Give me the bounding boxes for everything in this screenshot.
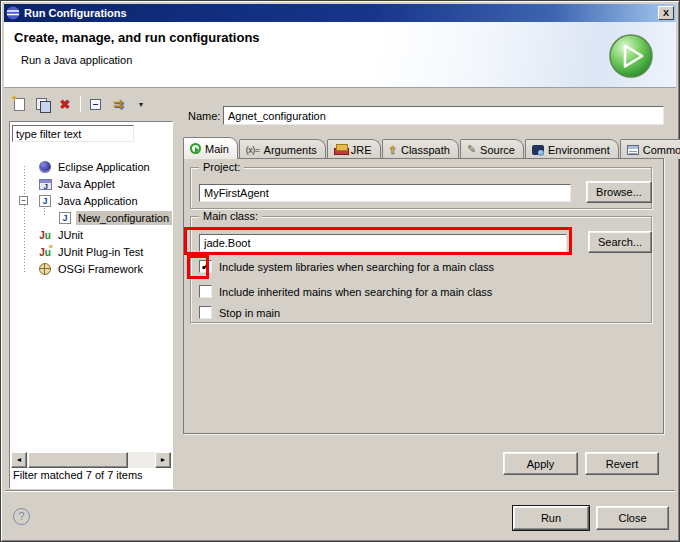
configuration-name-input[interactable]: [223, 106, 664, 125]
run-main-tab-icon: [190, 143, 201, 154]
checkbox-checked-icon[interactable]: ✔: [199, 260, 212, 273]
tree-item-label: Java Application: [56, 194, 140, 208]
filter-configurations-button[interactable]: ⇉: [108, 95, 128, 113]
jre-icon: [334, 144, 347, 155]
environment-icon: [532, 145, 544, 155]
filter-input[interactable]: [12, 125, 134, 142]
checkbox-stop-in-main[interactable]: Stop in main: [199, 306, 280, 319]
tree-item-junit[interactable]: Ju JUnit: [10, 227, 173, 243]
collapse-expander-icon[interactable]: −: [19, 196, 28, 205]
tree-item-label: New_configuration: [76, 211, 173, 225]
tree-item-eclipse-application[interactable]: Eclipse Application: [10, 159, 173, 175]
filter-icon: ⇉: [113, 97, 123, 111]
header-banner: Create, manage, and run configurations R…: [4, 22, 676, 88]
collapse-all-button[interactable]: [85, 95, 105, 113]
junit-plugin-test-icon: Ju: [39, 247, 51, 258]
java-applet-icon: [39, 179, 52, 190]
new-configuration-button[interactable]: [9, 95, 29, 113]
main-tab-content: Project: Browse... Main class: Search...…: [183, 158, 664, 434]
source-icon: ✎: [467, 143, 476, 156]
toolbar-menu-button[interactable]: ▾: [131, 95, 151, 113]
tree-item-java-applet[interactable]: Java Applet: [10, 176, 173, 192]
checkbox-label: Include inherited mains when searching f…: [219, 286, 492, 298]
scrollbar-thumb[interactable]: [28, 452, 128, 468]
tab-bar: Main (x)= Arguments JRE ⇧ Classpath ✎ So…: [183, 137, 680, 159]
checkbox-label: Stop in main: [219, 307, 280, 319]
configurations-tree-panel: Eclipse Application Java Applet − J Java…: [9, 121, 173, 489]
titlebar[interactable]: Run Configurations X: [4, 4, 676, 22]
tree-item-new-configuration[interactable]: J New_configuration: [10, 210, 173, 226]
tab-common[interactable]: Common: [620, 139, 680, 159]
tree-item-java-application[interactable]: − J Java Application: [10, 193, 173, 209]
main-class-group: Main class: Search... ✔ Include system l…: [190, 216, 652, 323]
tree-item-osgi-framework[interactable]: OSGi Framework: [10, 261, 173, 277]
osgi-framework-icon: [39, 263, 51, 275]
tree-item-label: OSGi Framework: [56, 262, 145, 276]
close-button[interactable]: Close: [596, 506, 669, 530]
revert-button[interactable]: Revert: [585, 452, 659, 475]
checkbox-unchecked-icon[interactable]: [199, 306, 212, 319]
tab-arguments[interactable]: (x)= Arguments: [239, 139, 326, 159]
tree-item-label: JUnit Plug-in Test: [56, 245, 145, 259]
main-class-input[interactable]: [199, 234, 567, 252]
main-class-group-label: Main class:: [199, 210, 262, 222]
window-title: Run Configurations: [24, 7, 127, 19]
tab-environment[interactable]: Environment: [525, 139, 619, 159]
close-icon[interactable]: X: [658, 6, 674, 20]
delete-icon: ✖: [60, 98, 71, 111]
collapse-all-icon: [90, 99, 101, 110]
eclipse-application-icon: [39, 161, 51, 173]
tree-item-label: Java Applet: [56, 177, 117, 191]
java-application-icon: J: [59, 212, 71, 224]
new-configuration-icon: [14, 98, 25, 111]
project-group: Project: Browse...: [190, 167, 652, 209]
run-configurations-dialog: Run Configurations X Create, manage, and…: [0, 0, 680, 542]
run-button[interactable]: Run: [513, 506, 589, 530]
eclipse-logo-icon: [6, 6, 20, 20]
banner-title: Create, manage, and run configurations: [14, 30, 260, 45]
junit-icon: Ju: [39, 230, 51, 241]
browse-button[interactable]: Browse...: [586, 181, 652, 203]
apply-button[interactable]: Apply: [503, 452, 578, 475]
common-icon: [627, 145, 639, 155]
toolbar-separator: [80, 96, 81, 112]
scroll-right-icon[interactable]: ►: [155, 452, 171, 468]
project-input[interactable]: [199, 184, 571, 202]
banner-subtitle: Run a Java application: [21, 54, 132, 66]
help-icon[interactable]: ?: [13, 508, 30, 525]
checkbox-unchecked-icon[interactable]: [199, 285, 212, 298]
configurations-toolbar: ✖ ⇉ ▾: [9, 94, 154, 114]
arguments-icon: (x)=: [246, 145, 260, 155]
java-application-icon: J: [39, 195, 51, 207]
duplicate-icon: [36, 98, 49, 111]
checkbox-include-inherited-mains[interactable]: Include inherited mains when searching f…: [199, 285, 492, 298]
tree-horizontal-scrollbar[interactable]: ◄ ►: [11, 452, 171, 468]
chevron-down-icon: ▾: [139, 100, 143, 109]
filter-status-text: Filter matched 7 of 7 items: [13, 469, 143, 481]
run-java-application-icon: [608, 33, 654, 79]
search-button[interactable]: Search...: [588, 231, 652, 253]
duplicate-configuration-button[interactable]: [32, 95, 52, 113]
name-label: Name:: [188, 110, 220, 122]
classpath-icon: ⇧: [389, 144, 397, 155]
checkbox-label: Include system libraries when searching …: [219, 261, 494, 273]
tab-source[interactable]: ✎ Source: [460, 139, 524, 159]
tree-item-junit-plugin-test[interactable]: Ju JUnit Plug-in Test: [10, 244, 173, 260]
tab-classpath[interactable]: ⇧ Classpath: [382, 139, 459, 159]
checkbox-include-system-libraries[interactable]: ✔ Include system libraries when searchin…: [199, 260, 494, 273]
tree-item-label: Eclipse Application: [56, 160, 152, 174]
tree-item-label: JUnit: [56, 228, 85, 242]
delete-configuration-button[interactable]: ✖: [55, 95, 75, 113]
dialog-separator: [5, 490, 675, 492]
scroll-left-icon[interactable]: ◄: [11, 452, 27, 468]
project-group-label: Project:: [199, 161, 244, 173]
tab-jre[interactable]: JRE: [327, 139, 381, 159]
tab-main[interactable]: Main: [183, 137, 238, 159]
